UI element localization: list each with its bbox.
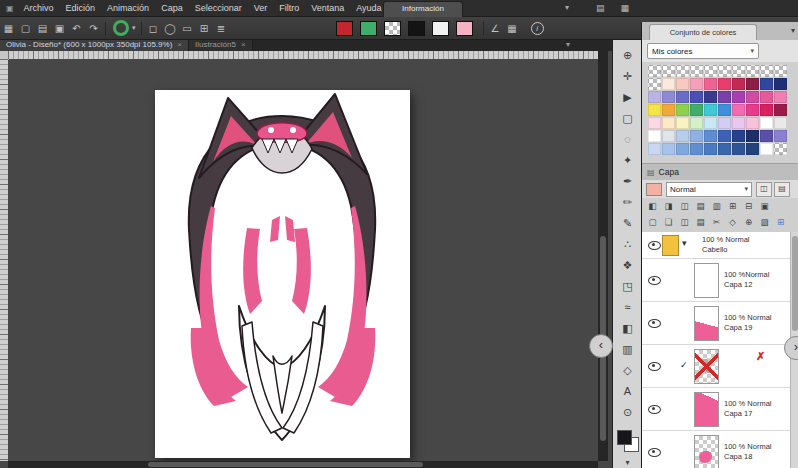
eraser-tool[interactable]: ◳ [618,278,638,294]
color-swatch[interactable] [690,104,703,116]
color-swatch[interactable] [648,104,661,116]
color-swatch[interactable] [676,117,689,129]
color-swatch[interactable] [662,117,675,129]
redo-icon[interactable]: ↷ [85,23,102,34]
close-icon[interactable]: × [177,40,182,49]
layer-row[interactable]: ✓ ▾ ✗ 100 % Normal Capa 19 [642,302,791,345]
color-swatch[interactable] [746,130,759,142]
blend-mode-select[interactable]: Normal ▾ [666,182,752,197]
color-swatch[interactable] [676,65,689,77]
active-tool-indicator[interactable] [113,20,129,36]
text-tool[interactable]: A [618,383,638,399]
merge-down-icon[interactable]: ✂ [709,216,724,229]
color-swatch[interactable] [732,117,745,129]
color-swatch[interactable] [718,78,731,90]
save-file-icon[interactable]: ▣ [51,23,68,34]
color-swatch[interactable] [662,78,675,90]
delete-layer-icon[interactable]: ▨ [757,216,772,229]
color-swatch[interactable] [760,65,773,77]
visibility-eye-icon[interactable] [648,276,661,285]
move-tool[interactable]: ✛ [618,68,638,84]
menu-item[interactable]: Animación [101,0,155,16]
color-swatch[interactable] [774,65,787,77]
color-swatch[interactable] [718,130,731,142]
color-swatch[interactable] [732,78,745,90]
layer-thumbnail[interactable] [694,349,719,384]
new-file-icon[interactable]: ▢ [17,23,34,34]
canvas-horizontal-scrollbar[interactable] [8,461,598,468]
layer-color-tag[interactable] [662,235,679,256]
menu-item[interactable]: Archivo [18,0,60,16]
color-swatch[interactable] [704,104,717,116]
tab-conjunto-de-colores[interactable]: Conjunto de colores [649,24,757,41]
pencil-tool[interactable]: ✏ [618,194,638,210]
color-swatch[interactable] [760,117,773,129]
color-swatch[interactable] [662,104,675,116]
lock-layer-icon[interactable]: ◨ [661,200,676,213]
deselect-icon[interactable]: ▭ [179,23,196,34]
palette-menu-icon[interactable]: ▣ [757,200,772,213]
panel-grid-icon[interactable]: ▦ [621,0,630,16]
app-icon[interactable]: ▣ [6,4,14,13]
color-swatch[interactable] [662,143,675,155]
color-swatch[interactable] [648,91,661,103]
panel-list-icon[interactable]: ▤ [596,0,605,16]
color-swatch[interactable] [662,130,675,142]
color-swatch[interactable] [648,78,661,90]
open-file-icon[interactable]: ▤ [34,23,51,34]
layer-mask-icon[interactable]: ◇ [725,216,740,229]
color-swatch[interactable] [746,104,759,116]
set-reference-icon[interactable]: ▤ [693,200,708,213]
eyedropper-tool[interactable]: ⊙ [618,404,638,420]
grid-snap-icon[interactable]: ▦ [504,23,521,34]
transparent-color-swatch[interactable] [384,21,401,36]
layer-row[interactable]: ✓ ▾ ✗ 100 %Normal Capa 12 [642,259,791,302]
layer-thumbnail[interactable] [694,435,719,468]
two-pane-icon[interactable]: ◫ [756,182,772,197]
pen-tool[interactable]: ✒ [618,173,638,189]
color-swatch[interactable] [690,91,703,103]
color-swatch[interactable] [676,78,689,90]
color-swatch[interactable] [760,78,773,90]
visibility-eye-icon[interactable] [648,448,661,457]
visibility-eye-icon[interactable] [648,319,661,328]
workspace-grid-icon[interactable]: ▦ [0,23,17,34]
color-swatch[interactable] [648,117,661,129]
apply-mask-icon[interactable]: ⊕ [741,216,756,229]
select-ellipse-icon[interactable]: ◯ [162,23,179,34]
layer-color-icon[interactable]: ⊞ [725,200,740,213]
color-swatch[interactable] [676,143,689,155]
visibility-eye-icon[interactable] [648,241,661,250]
info-icon[interactable]: i [531,22,544,35]
divide-view-icon[interactable]: ⊟ [741,200,756,213]
color-swatch[interactable] [718,143,731,155]
draft-layer-icon[interactable]: ▥ [709,200,724,213]
visibility-eye-icon[interactable] [648,362,661,371]
folder-expand-icon[interactable]: ▾ [682,238,687,248]
canvas-vertical-scrollbar[interactable] [598,51,608,461]
color-swatch[interactable] [690,143,703,155]
color-swatch[interactable] [662,65,675,77]
expand-arrow-icon[interactable]: ▾ [613,458,642,467]
layer-color-swatch[interactable] [646,183,662,196]
color-swatch[interactable] [704,91,717,103]
color-swatch[interactable] [774,117,787,129]
color-swatch[interactable] [732,143,745,155]
color-swatch[interactable] [676,91,689,103]
ruler-horizontal[interactable] [8,51,598,59]
color-swatch[interactable] [760,104,773,116]
layer-row[interactable]: ✓ ▾ ✗ [642,345,791,388]
layer-row[interactable]: ✓ ▾ ✗ 100 % Normal Cabello [642,232,791,259]
white-color-swatch[interactable] [432,21,449,36]
menu-item[interactable]: Ver [248,0,274,16]
scrollbar-thumb[interactable] [792,236,798,331]
palette-options-icon[interactable]: ▤ [774,182,790,197]
color-swatch[interactable] [746,117,759,129]
menu-item[interactable]: Ventana [305,0,350,16]
layer-row[interactable]: ✓ ▾ ✗ 100 % Normal Capa 17 [642,388,791,431]
selection-tool[interactable]: ▢ [618,110,638,126]
color-swatch[interactable] [690,65,703,77]
figure-tool[interactable]: ◇ [618,362,638,378]
menu-item[interactable]: Edición [60,0,102,16]
zoom-tool[interactable]: ⊕ [618,47,638,63]
